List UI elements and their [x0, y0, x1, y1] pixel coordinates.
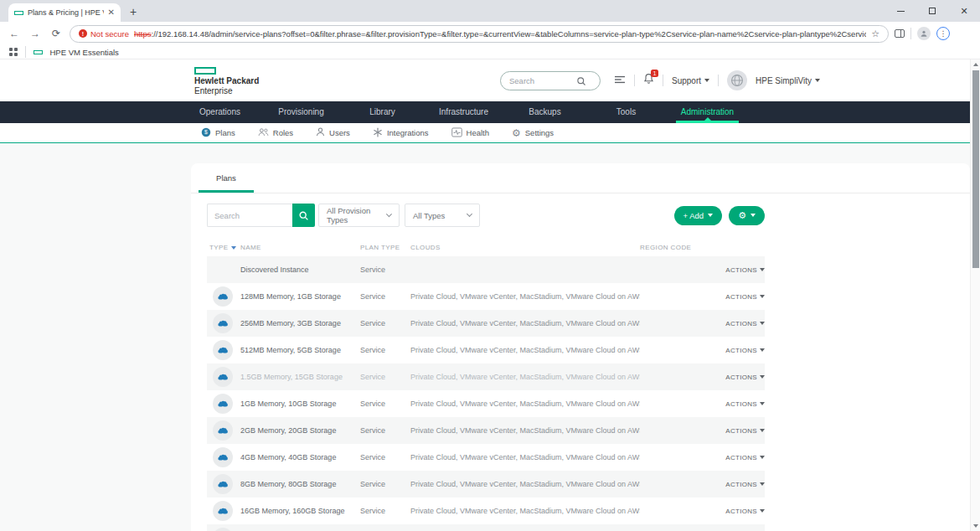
nav-item-operations[interactable]: Operations — [179, 101, 260, 123]
page-scrollbar[interactable] — [970, 59, 980, 531]
chevron-down-icon — [708, 214, 713, 217]
chevron-down-icon — [760, 482, 765, 486]
nav-item-library[interactable]: Library — [342, 101, 423, 123]
vmware-plan-icon — [213, 340, 233, 360]
close-button[interactable]: ✕ — [948, 0, 980, 22]
table-row: 256MB Memory, 3GB StorageServicePrivate … — [207, 310, 765, 337]
tab-plans[interactable]: Plans — [199, 163, 254, 193]
vmware-plan-icon — [213, 528, 233, 531]
filter-actions: + Add ⚙ — [674, 206, 765, 225]
address-bar: ← → ⟳ ! Not secure https://192.168.14.48… — [0, 22, 980, 45]
search-button[interactable] — [292, 204, 315, 227]
plan-clouds: Private Cloud, VMware vCenter, MacStadiu… — [410, 480, 640, 488]
bookmark-favicon-hpe-icon — [34, 50, 43, 54]
nav-item-provisioning[interactable]: Provisioning — [260, 101, 342, 123]
plan-clouds: Private Cloud, VMware vCenter, MacStadiu… — [410, 400, 640, 408]
bookmark-item[interactable]: HPE VM Essentials — [50, 48, 119, 57]
bookmark-star-icon[interactable]: ☆ — [871, 28, 879, 39]
plan-type: Service — [360, 453, 410, 461]
sort-icon — [231, 246, 236, 250]
actions-menu[interactable]: ACTIONS — [725, 347, 765, 354]
plan-name: 1.5GB Memory, 15GB Storage — [240, 373, 360, 381]
subnav-item-roles[interactable]: Roles — [258, 127, 293, 138]
actions-menu[interactable]: ACTIONS — [725, 508, 765, 515]
account-menu[interactable]: HPE SimpliVity — [756, 76, 820, 85]
vmware-plan-icon — [213, 286, 233, 307]
vmware-plan-icon — [213, 420, 233, 441]
plan-name: 8GB Memory, 80GB Storage — [240, 480, 360, 488]
column-region-code[interactable]: REGION CODE — [640, 244, 725, 251]
reload-icon[interactable]: ⟳ — [49, 26, 64, 41]
subnav-item-integrations[interactable]: Integrations — [373, 127, 429, 139]
avatar[interactable] — [727, 70, 747, 90]
scroll-up-icon[interactable] — [973, 63, 978, 66]
settings-icon: ⚙ — [512, 128, 521, 138]
nav-item-tools[interactable]: Tools — [585, 101, 667, 123]
actions-menu[interactable]: ACTIONS — [725, 454, 765, 461]
plans-table: TYPE NAME PLAN TYPE CLOUDS REGION CODE D… — [207, 239, 765, 531]
actions-menu[interactable]: ACTIONS — [725, 400, 765, 408]
nav-item-backups[interactable]: Backups — [504, 101, 585, 123]
back-icon[interactable]: ← — [7, 26, 22, 41]
browser-menu-icon[interactable]: ⋮ — [936, 27, 950, 40]
nav-item-infrastructure[interactable]: Infrastructure — [423, 101, 504, 123]
column-type[interactable]: TYPE — [207, 244, 240, 251]
not-secure-label: Not secure — [90, 29, 129, 39]
favicon-hpe-icon — [14, 11, 23, 15]
side-panel-icon[interactable] — [895, 29, 905, 38]
subnav-item-plans[interactable]: $Plans — [201, 127, 235, 139]
actions-menu[interactable]: ACTIONS — [725, 481, 765, 488]
table-row: 16GB Memory, 160GB StorageServicePrivate… — [207, 497, 765, 524]
forward-icon[interactable]: → — [28, 26, 43, 41]
actions-menu[interactable]: ACTIONS — [725, 320, 765, 327]
plan-type: Service — [360, 373, 410, 381]
global-search-input[interactable] — [509, 76, 576, 85]
table-row: 512MB Memory, 5GB StorageServicePrivate … — [207, 337, 765, 363]
column-plan-type[interactable]: PLAN TYPE — [360, 244, 410, 251]
support-menu[interactable]: Support — [672, 76, 709, 85]
add-button[interactable]: + Add — [674, 206, 723, 225]
actions-menu[interactable]: ACTIONS — [725, 374, 765, 381]
type-select[interactable]: All Types — [405, 204, 480, 227]
browser-tab[interactable]: Plans & Pricing | HPE VM Essent ✕ — [8, 3, 121, 22]
chevron-down-icon — [750, 214, 756, 217]
gear-icon: ⚙ — [738, 211, 746, 220]
vmware-plan-icon — [213, 501, 233, 521]
header-actions: 1 Support HPE SimpliVity — [614, 59, 820, 101]
column-clouds[interactable]: CLOUDS — [410, 244, 640, 251]
table-row: Discovered InstanceServiceACTIONS — [207, 256, 765, 283]
activity-log-icon[interactable] — [614, 73, 626, 88]
scroll-down-icon[interactable] — [973, 524, 978, 528]
vmware-plan-icon — [213, 447, 233, 467]
table-row: 1GB Memory, 10GB StorageServicePrivate C… — [207, 390, 765, 417]
apps-grid-icon[interactable] — [9, 48, 18, 56]
scrollbar-thumb[interactable] — [972, 70, 979, 268]
actions-menu[interactable]: ACTIONS — [725, 266, 765, 274]
minimize-button[interactable] — [885, 0, 916, 22]
tab-close-icon[interactable]: ✕ — [108, 8, 115, 17]
plan-type: Service — [360, 292, 410, 301]
column-name[interactable]: NAME — [240, 244, 360, 251]
toolbar-divider — [910, 28, 911, 39]
global-search[interactable] — [500, 71, 601, 90]
subnav-item-health[interactable]: Health — [451, 127, 489, 139]
table-search-input[interactable] — [207, 204, 292, 227]
not-secure-chip[interactable]: ! Not secure — [79, 29, 129, 39]
subnav-item-settings[interactable]: ⚙Settings — [512, 128, 554, 138]
omnibox[interactable]: ! Not secure https://192.168.14.48/admin… — [70, 25, 889, 43]
provision-type-select[interactable]: All Provision Types — [318, 204, 400, 227]
notifications-bell-icon[interactable]: 1 — [643, 73, 654, 88]
profile-icon[interactable] — [917, 27, 931, 40]
nav-item-administration[interactable]: Administration — [667, 101, 748, 123]
settings-button[interactable]: ⚙ — [729, 206, 765, 225]
subnav-item-users[interactable]: Users — [316, 127, 350, 138]
search-icon — [576, 76, 586, 86]
actions-menu[interactable]: ACTIONS — [725, 427, 765, 435]
maximize-button[interactable] — [916, 0, 948, 22]
chevron-down-icon — [386, 211, 392, 217]
table-row — [207, 524, 765, 531]
search-icon — [298, 210, 309, 221]
chevron-down-icon — [760, 348, 765, 352]
actions-menu[interactable]: ACTIONS — [725, 293, 765, 301]
new-tab-button[interactable]: + — [124, 3, 142, 21]
